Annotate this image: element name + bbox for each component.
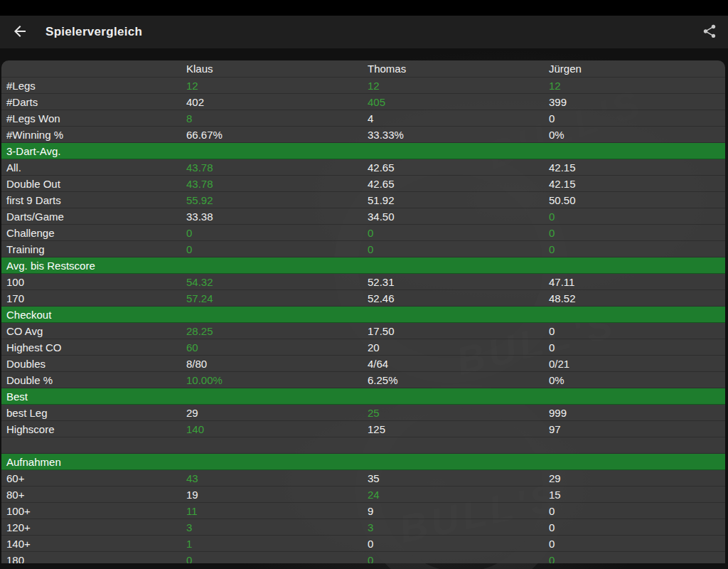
- section-header: Checkout: [1, 307, 725, 323]
- stat-value: 140: [186, 423, 368, 435]
- stat-label: #Legs Won: [1, 112, 186, 124]
- stat-value: 402: [186, 96, 368, 108]
- stat-value: 47.11: [549, 276, 725, 288]
- stat-row: best Leg2925999: [1, 405, 725, 421]
- stat-label: #Winning %: [1, 129, 186, 141]
- player-name: Jürgen: [549, 63, 725, 75]
- stat-value: 4/64: [368, 358, 549, 370]
- player-header-row: Klaus Thomas Jürgen: [1, 60, 725, 78]
- stat-label: #Legs: [1, 80, 186, 92]
- stat-value: 43.78: [186, 161, 368, 174]
- section-header: Avg. bis Restscore: [1, 257, 725, 274]
- stat-value: 12: [186, 80, 368, 92]
- stat-label: first 9 Darts: [1, 194, 186, 206]
- stat-value: 0: [549, 554, 725, 564]
- stat-value: 52.31: [368, 276, 549, 288]
- stat-value: 0/21: [549, 358, 725, 370]
- stat-label: 180: [1, 554, 186, 564]
- stat-label: 100+: [1, 505, 186, 517]
- stat-value: 35: [368, 472, 549, 484]
- stat-value: 24: [368, 489, 549, 501]
- share-button[interactable]: [691, 16, 728, 48]
- stat-value: 60: [186, 341, 368, 353]
- stat-label: Doubles: [1, 358, 186, 370]
- stat-value: 125: [368, 423, 549, 435]
- stat-value: 8: [186, 112, 368, 124]
- stat-value: 48.52: [549, 292, 725, 304]
- stat-row: Double Out43.7842.6542.15: [1, 176, 725, 192]
- stat-label: Double Out: [1, 178, 186, 190]
- stat-row: Training000: [1, 241, 725, 257]
- stat-label: Darts/Game: [1, 211, 186, 223]
- stat-row: 80+192415: [1, 486, 725, 503]
- stat-label: 100: [1, 276, 186, 288]
- stat-value: 19: [186, 489, 368, 501]
- stat-value: 66.67%: [186, 129, 368, 141]
- stat-label: 80+: [1, 489, 186, 501]
- stat-value: 42.15: [549, 161, 725, 174]
- stat-value: 6.25%: [368, 374, 549, 386]
- stat-label: Challenge: [1, 227, 186, 239]
- stat-value: 43.78: [186, 178, 368, 190]
- stat-value: 0: [549, 243, 725, 255]
- stat-value: 999: [549, 407, 725, 419]
- back-button[interactable]: [0, 16, 40, 48]
- stat-value: 42.65: [368, 161, 549, 174]
- stat-value: 42.65: [368, 178, 549, 190]
- stat-value: 0: [186, 243, 368, 255]
- stat-value: 11: [186, 505, 368, 517]
- stat-row: Challenge000: [1, 225, 725, 241]
- stat-row: #Darts402405399: [1, 94, 725, 110]
- stat-value: 29: [549, 472, 725, 484]
- stat-value: 1: [186, 538, 368, 550]
- stat-value: 20: [368, 341, 549, 353]
- stat-value: 15: [549, 489, 725, 501]
- stat-value: 0: [368, 538, 549, 550]
- app-bar: Spielervergleich: [0, 16, 728, 48]
- stat-row: Doubles8/804/640/21: [1, 356, 725, 372]
- stat-value: 4: [368, 112, 549, 124]
- stat-row: 140+100: [1, 536, 725, 552]
- stat-label: 120+: [1, 521, 186, 533]
- stat-value: 0%: [549, 129, 725, 141]
- stat-value: 9: [368, 505, 549, 517]
- stat-value: 3: [186, 521, 368, 533]
- stat-value: 0: [549, 505, 725, 517]
- stat-label: Double %: [1, 374, 186, 386]
- stat-value: 0: [368, 227, 549, 239]
- stat-row: first 9 Darts55.9251.9250.50: [1, 192, 725, 208]
- stat-value: 28.25: [186, 325, 368, 337]
- stat-value: 8/80: [186, 358, 368, 370]
- stat-value: 0: [549, 112, 725, 124]
- comparison-card[interactable]: Klaus Thomas Jürgen #Legs121212#Darts402…: [1, 60, 725, 563]
- stat-row: 17057.2452.4648.52: [1, 290, 725, 307]
- stat-row: #Legs121212: [1, 78, 725, 94]
- stat-row: #Winning %66.67%33.33%0%: [1, 127, 725, 143]
- section-header: Best: [1, 388, 725, 405]
- stat-value: 54.32: [186, 276, 368, 288]
- stat-row: Darts/Game33.3834.500: [1, 208, 725, 225]
- stat-value: 17.50: [368, 325, 549, 337]
- stat-label: Highest CO: [1, 341, 186, 353]
- stat-value: 52.46: [368, 292, 549, 304]
- player-name: Thomas: [368, 63, 549, 75]
- stat-value: 42.15: [549, 178, 725, 190]
- stat-row: Double %10.00%6.25%0%: [1, 372, 725, 388]
- stat-value: 25: [368, 407, 549, 419]
- stat-value: 0: [549, 538, 725, 550]
- stat-row: CO Avg28.2517.500: [1, 323, 725, 339]
- share-icon: [702, 23, 717, 41]
- stat-value: 97: [549, 423, 725, 435]
- stat-label: best Leg: [1, 407, 186, 419]
- stat-row: All.43.7842.6542.15: [1, 159, 725, 176]
- stat-value: 29: [186, 407, 368, 419]
- stat-value: 55.92: [186, 194, 368, 206]
- stat-value: 0: [186, 554, 368, 564]
- stat-row: Highest CO60200: [1, 339, 725, 356]
- stat-value: 10.00%: [186, 374, 368, 386]
- stat-row: 60+433529: [1, 470, 725, 486]
- stat-label: #Darts: [1, 96, 186, 108]
- stat-row: 120+330: [1, 519, 725, 536]
- stat-value: 43: [186, 472, 368, 484]
- stat-label: Highscore: [1, 423, 186, 435]
